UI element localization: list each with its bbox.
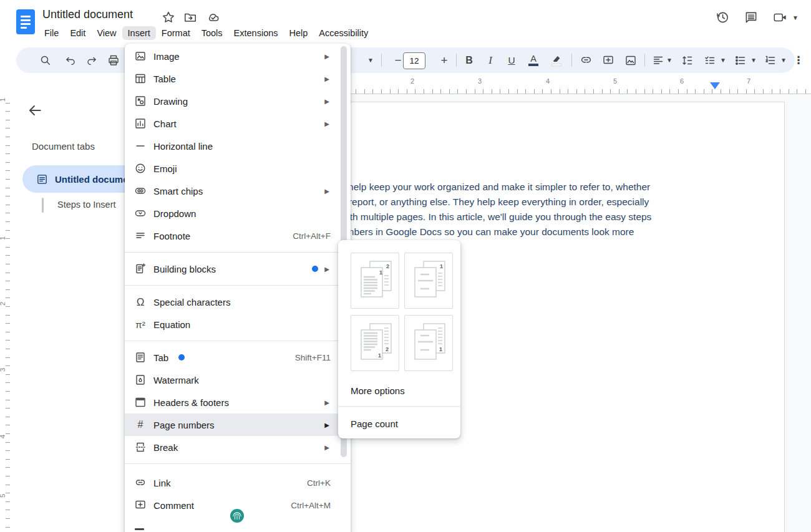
menu-item-headers-footers[interactable]: Headers & footers ▶ [125,391,351,414]
right-indent-marker[interactable] [710,82,720,89]
italic-button[interactable]: I [483,47,498,73]
highlight-color-button[interactable] [548,47,565,73]
page-numbers-submenu: 1 2 1 1 2 [338,240,460,438]
submenu-arrow-icon: ▶ [324,422,329,428]
page-number-option-footer-all-pages[interactable]: 1 2 [351,315,399,371]
menu-item-smart-chips[interactable]: Smart chips ▶ [125,180,351,202]
menu-item-table[interactable]: Table ▶ [125,67,351,90]
undo-button[interactable] [62,47,79,73]
footnote-icon [134,230,147,242]
menu-item-drawing[interactable]: Drawing ▶ [125,90,351,112]
menu-help[interactable]: Help [284,26,314,40]
insert-image-button[interactable] [623,47,639,73]
more-toolbar-options-button[interactable]: ⋮ [792,47,805,73]
tab-icon [134,351,147,364]
font-family-dropdown-caret[interactable]: ▼ [366,47,376,73]
add-comment-button[interactable] [600,47,616,73]
menu-item-emoji[interactable]: Emoji [125,157,351,180]
menu-view[interactable]: View [91,26,122,40]
ruler-number: 7 [747,77,750,85]
menu-item-dropdown[interactable]: Dropdown [125,202,351,225]
document-title[interactable]: Untitled document [42,8,133,21]
print-button[interactable] [105,47,122,73]
vertical-ruler[interactable] [6,95,10,532]
line-spacing-button[interactable] [679,47,696,73]
bulleted-list-dropdown-caret[interactable]: ▼ [750,47,757,73]
page-number-option-header-all-pages[interactable]: 1 2 [351,253,399,309]
menu-insert[interactable]: Insert [122,26,156,40]
back-arrow-button[interactable] [27,102,43,118]
bold-button[interactable]: B [462,47,477,73]
underline-button[interactable]: U [504,47,519,73]
menu-extensions[interactable]: Extensions [228,26,284,40]
redo-button[interactable] [84,47,100,73]
omega-icon: Ω [134,295,147,309]
drawing-icon [134,95,147,107]
menu-item-tab[interactable]: Tab Shift+F11 [125,346,351,369]
version-history-icon[interactable] [715,10,730,25]
checklist-button[interactable] [701,47,719,73]
page-count-item[interactable]: Page count [351,409,460,438]
menu-item-chart[interactable]: Chart ▶ [125,112,351,135]
bulleted-list-icon [734,54,747,67]
ruler-number: 5 [0,494,6,498]
menu-item-image[interactable]: Image ▶ [125,45,351,67]
text-color-button[interactable]: A [525,47,541,73]
print-icon [107,54,120,67]
ruler-number: 1 [0,98,6,102]
headers-footers-icon [134,396,147,409]
menu-accessibility[interactable]: Accessibility [313,26,374,40]
menu-edit[interactable]: Edit [64,26,91,40]
svg-text:1: 1 [440,263,443,269]
font-size-input[interactable]: 12 [403,52,425,69]
page-break-icon [134,441,147,453]
menu-file[interactable]: File [39,26,64,40]
menu-divider [125,341,351,341]
menu-tools[interactable]: Tools [196,26,228,40]
increase-font-size-button[interactable]: + [437,47,452,73]
menu-item-link[interactable]: Link Ctrl+K [125,472,351,494]
menu-item-building-blocks[interactable]: Building blocks ▶ [125,258,351,280]
move-to-folder-icon[interactable] [183,11,197,24]
numbered-list-button[interactable] [762,47,779,73]
link-icon [580,54,593,67]
pi-squared-icon: π² [134,317,147,331]
numbered-list-dropdown-caret[interactable]: ▼ [780,47,787,73]
menu-divider [125,252,351,253]
menu-item-break[interactable]: Break ▶ [125,436,351,458]
numbered-list-icon [764,54,777,67]
menu-item-watermark[interactable]: Watermark [125,369,351,391]
menu-format[interactable]: Format [156,26,196,40]
menu-item-equation[interactable]: π² Equation [125,313,351,336]
menu-item-horizontal-line[interactable]: Horizontal line [125,135,351,157]
insert-link-button[interactable] [578,47,594,73]
submenu-arrow-icon: ▶ [324,98,329,105]
checklist-dropdown-caret[interactable]: ▼ [719,47,727,73]
outline-heading-item[interactable]: Steps to Insert [57,200,116,210]
comments-icon[interactable] [744,10,759,25]
page-number-option-footer-skip-first[interactable]: 1 [404,315,453,371]
google-docs-logo[interactable] [16,9,35,34]
align-button[interactable] [649,47,667,73]
search-menus-button[interactable] [37,47,54,73]
fingerprint-watermark-icon [229,508,245,524]
cloud-saved-icon[interactable] [206,11,220,24]
insert-menu: Image ▶ Table ▶ Drawing ▶ Chart ▶ Horizo… [125,44,351,532]
document-text-line: umbers in Google Docs so you can make yo… [341,226,634,238]
page-number-option-header-skip-first[interactable]: 1 [404,253,453,309]
menu-item-page-numbers[interactable]: # Page numbers ▶ [125,414,351,436]
document-tabs-heading: Document tabs [32,141,95,152]
bulleted-list-button[interactable] [732,47,749,73]
text-color-swatch [528,64,538,66]
shortcut-label: Ctrl+Alt+F [293,231,341,241]
dropdown-icon [134,207,147,220]
meet-button[interactable]: ▼ [772,10,799,25]
star-icon[interactable] [162,11,175,24]
image-icon [624,54,637,67]
svg-text:2: 2 [386,263,389,269]
align-dropdown-caret[interactable]: ▼ [666,47,673,73]
building-blocks-icon [134,263,147,275]
menu-item-footnote[interactable]: Footnote Ctrl+Alt+F [125,225,351,247]
more-options-item[interactable]: More options [351,377,460,404]
menu-item-special-characters[interactable]: Ω Special characters [125,291,351,313]
